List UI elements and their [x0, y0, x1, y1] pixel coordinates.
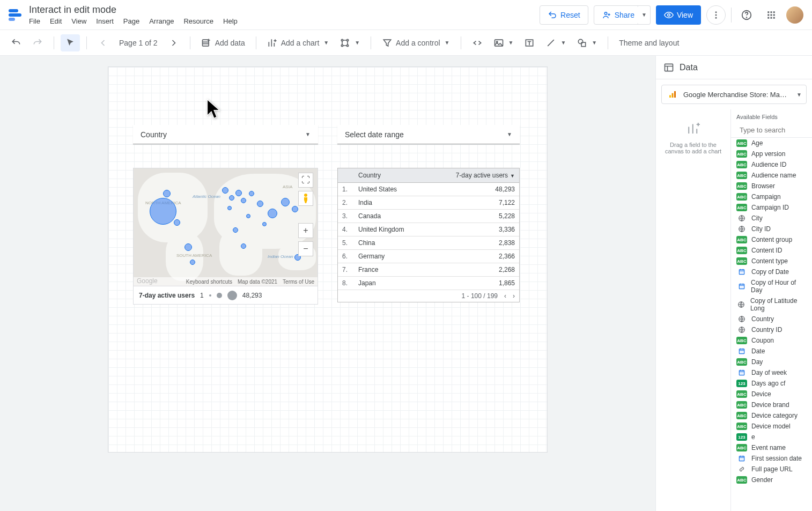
undo-button[interactable] — [6, 34, 26, 51]
table-row[interactable]: 1.United States48,293 — [338, 183, 519, 196]
field-device-model[interactable]: ABCDevice model — [731, 421, 812, 432]
more-options-button[interactable] — [706, 5, 726, 25]
field-campaign[interactable]: ABCCampaign — [731, 191, 812, 202]
report-canvas[interactable]: Country ▼ Select date range ▼ NORTH AMER… — [108, 66, 548, 453]
field-country-id[interactable]: Country ID — [731, 324, 812, 335]
field-day[interactable]: ABCDay — [731, 357, 812, 367]
menu-insert[interactable]: Insert — [96, 17, 114, 25]
image-button[interactable]: ▼ — [489, 34, 518, 51]
field-content-type[interactable]: ABCContent type — [731, 256, 812, 266]
menu-resource[interactable]: Resource — [183, 17, 213, 25]
menu-view[interactable]: View — [71, 17, 86, 25]
field-day-of-week[interactable]: Day of week — [731, 367, 812, 378]
field-date[interactable]: Date — [731, 346, 812, 357]
table-row[interactable]: 8.Japan1,865 — [338, 277, 519, 290]
menu-arrange[interactable]: Arrange — [149, 17, 174, 25]
table-row[interactable]: 7.France2,268 — [338, 263, 519, 277]
zoom-in-button[interactable]: + — [298, 223, 313, 238]
table-row[interactable]: 2.India7,122 — [338, 196, 519, 210]
field-gender[interactable]: ABCGender — [731, 475, 812, 485]
col-metric[interactable]: 7-day active users▼ — [427, 168, 519, 183]
fields-search-input[interactable] — [740, 126, 812, 134]
fields-search[interactable] — [731, 124, 812, 138]
table-row[interactable]: 4.United Kingdom3,336 — [338, 223, 519, 236]
map-terms-link[interactable]: Terms of Use — [283, 279, 314, 285]
field-age[interactable]: ABCAge — [731, 138, 812, 149]
panel-title: Data — [680, 63, 698, 72]
embed-button[interactable] — [468, 34, 487, 51]
doc-title[interactable]: Interact in edit mode — [29, 4, 238, 16]
page-indicator[interactable]: Page 1 of 2 — [115, 34, 162, 51]
prev-page[interactable] — [93, 34, 113, 51]
field-copy-of-hour-of-day[interactable]: Copy of Hour of Day — [731, 277, 812, 295]
field-content-id[interactable]: ABCContent ID — [731, 245, 812, 256]
field-days-ago-cf[interactable]: 123Days ago cf — [731, 378, 812, 389]
reset-button[interactable]: Reset — [540, 5, 588, 25]
svg-point-20 — [347, 45, 349, 46]
sort-desc-icon: ▼ — [510, 173, 515, 179]
add-control-button[interactable]: Add a control▼ — [378, 34, 454, 51]
apps-button[interactable] — [762, 5, 781, 25]
menu-edit[interactable]: Edit — [50, 17, 62, 25]
add-chart-button[interactable]: Add a chart▼ — [263, 34, 334, 51]
field-browser[interactable]: ABCBrowser — [731, 181, 812, 191]
field-copy-of-date[interactable]: Copy of Date — [731, 266, 812, 277]
field-event-name[interactable]: ABCEvent name — [731, 442, 812, 453]
field-content-group[interactable]: ABCContent group — [731, 234, 812, 245]
field-first-session-date[interactable]: First session date — [731, 453, 812, 464]
map-label-indian: Indian Ocean — [268, 254, 293, 259]
col-country[interactable]: Country — [354, 168, 427, 183]
share-button[interactable]: Share — [594, 5, 643, 25]
field-full-page-url[interactable]: Full page URL — [731, 464, 812, 475]
field-device[interactable]: ABCDevice — [731, 389, 812, 399]
datasource-select[interactable]: Google Merchandise Store: Ma… ▼ — [661, 85, 807, 104]
field-city[interactable]: City — [731, 213, 812, 224]
redo-button[interactable] — [28, 34, 47, 51]
select-tool[interactable] — [61, 34, 80, 51]
map-keyboard-link[interactable]: Keyboard shortcuts — [186, 279, 232, 285]
menu-help[interactable]: Help — [223, 17, 238, 25]
fields-list[interactable]: ABCAgeABCApp versionABCAudience IDABCAud… — [731, 138, 812, 511]
line-button[interactable]: ▼ — [541, 34, 570, 51]
menu-page[interactable]: Page — [123, 17, 139, 25]
data-table-chart[interactable]: Country 7-day active users▼ 1.United Sta… — [337, 168, 520, 302]
pager-next[interactable]: › — [513, 292, 515, 300]
map-fullscreen-button[interactable]: ⛶ — [298, 173, 313, 188]
date-range-control[interactable]: Select date range ▼ — [337, 125, 520, 144]
chart-add-icon — [267, 38, 278, 48]
pegman-icon[interactable] — [298, 191, 313, 206]
add-data-button[interactable]: Add data — [197, 34, 249, 51]
help-button[interactable] — [737, 5, 756, 25]
avatar[interactable] — [786, 6, 803, 24]
field-device-brand[interactable]: ABCDevice brand — [731, 399, 812, 410]
theme-button[interactable]: Theme and layout — [615, 34, 683, 51]
canvas-area[interactable]: Country ▼ Select date range ▼ NORTH AMER… — [0, 56, 655, 511]
chart-drop-zone[interactable]: Drag a field to the canvas to add a char… — [656, 109, 731, 511]
field-audience-id[interactable]: ABCAudience ID — [731, 159, 812, 170]
field-city-id[interactable]: City ID — [731, 224, 812, 234]
field-country[interactable]: Country — [731, 314, 812, 324]
field-campaign-id[interactable]: ABCCampaign ID — [731, 202, 812, 213]
field-e[interactable]: 123e — [731, 432, 812, 442]
field-audience-name[interactable]: ABCAudience name — [731, 170, 812, 181]
field-device-category[interactable]: ABCDevice category — [731, 410, 812, 421]
zoom-out-button[interactable]: − — [298, 241, 313, 256]
field-copy-of-latitude-long[interactable]: Copy of Latitude Long — [731, 295, 812, 314]
table-row[interactable]: 3.Canada5,228 — [338, 210, 519, 223]
field-coupon[interactable]: ABCCoupon — [731, 335, 812, 346]
svg-rect-41 — [739, 456, 744, 461]
country-filter-control[interactable]: Country ▼ — [133, 125, 318, 144]
pager-prev[interactable]: ‹ — [504, 292, 506, 300]
geo-map-chart[interactable]: NORTH AMERICA SOUTH AMERICA ASIA Atlanti… — [133, 168, 318, 305]
map-body[interactable]: NORTH AMERICA SOUTH AMERICA ASIA Atlanti… — [134, 168, 318, 286]
field-app-version[interactable]: ABCApp version — [731, 149, 812, 159]
community-viz-button[interactable]: ▼ — [335, 34, 364, 51]
share-dropdown[interactable]: ▼ — [637, 5, 651, 25]
table-row[interactable]: 5.China2,838 — [338, 236, 519, 250]
menu-file[interactable]: File — [29, 17, 40, 25]
table-row[interactable]: 6.Germany2,366 — [338, 250, 519, 263]
next-page[interactable] — [164, 34, 183, 51]
view-button[interactable]: View — [656, 5, 701, 25]
shape-button[interactable]: ▼ — [572, 34, 601, 51]
text-button[interactable] — [520, 34, 539, 51]
